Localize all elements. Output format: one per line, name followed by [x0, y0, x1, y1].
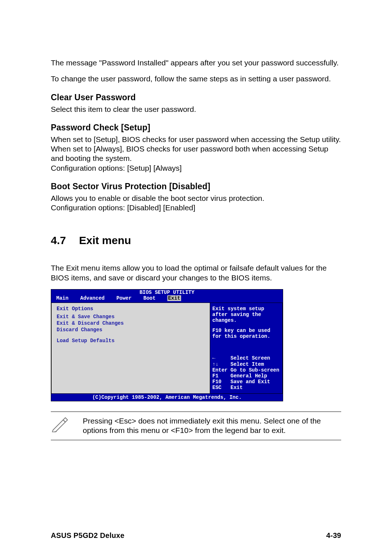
intro-para-1: The message "Password Installed" appears…	[51, 58, 341, 68]
exit-menu-intro: The Exit menu items allow you to load th…	[51, 263, 341, 283]
bios-item-discard[interactable]: Discard Changes	[57, 327, 205, 333]
legend-label-help: General Help	[230, 373, 267, 379]
bios-tab-main[interactable]: Main	[56, 295, 69, 301]
clear-user-password-body: Select this item to clear the user passw…	[51, 105, 341, 114]
boot-sector-body-2: Configuration options: [Disabled] [Enabl…	[51, 203, 341, 212]
legend-key-esc: ESC	[212, 385, 230, 390]
bios-help: Exit system setup after saving the chang…	[212, 306, 280, 339]
bios-help-2: F10 key can be used for this operation.	[212, 328, 280, 339]
legend-key-enter: Enter	[212, 367, 230, 373]
heading-boot-sector: Boot Sector Virus Protection [Disabled]	[51, 182, 341, 191]
note-pencil-icon	[51, 416, 70, 432]
bios-tab-advanced[interactable]: Advanced	[80, 295, 105, 301]
password-check-body-1: When set to [Setup], BIOS checks for use…	[51, 135, 341, 163]
bios-tab-boot[interactable]: Boot	[143, 295, 156, 301]
legend-key-f10: F10	[212, 379, 230, 385]
section-name: Exit menu	[79, 234, 131, 246]
section-title: 4.7Exit menu	[51, 234, 341, 247]
bios-title: BIOS SETUP UTILITY	[51, 289, 283, 295]
bios-copyright: (C)Copyright 1985-2002, American Megatre…	[51, 394, 283, 401]
bios-left-header: Exit Options	[57, 306, 205, 312]
section-number: 4.7	[51, 234, 66, 247]
legend-label-save-exit: Save and Exit	[230, 379, 270, 385]
bios-screen: BIOS SETUP UTILITY Main Advanced Power B…	[51, 289, 283, 401]
bios-tabs: Main Advanced Power Boot Exit	[51, 295, 283, 303]
password-check-body-2: Configuration options: [Setup] [Always]	[51, 163, 341, 173]
legend-label-subscreen: Go to Sub-screen	[230, 367, 279, 373]
bios-help-1: Exit system setup after saving the chang…	[212, 306, 280, 323]
note-text: Pressing <Esc> does not immediately exit…	[83, 416, 341, 436]
legend-key-left: ←	[212, 355, 230, 361]
heading-clear-user-password: Clear User Password	[51, 93, 341, 102]
legend-key-f1: F1	[212, 373, 230, 379]
legend-key-updown: ↑↓	[212, 361, 230, 367]
bios-item-discard-exit[interactable]: Exit & Discard Changes	[57, 320, 205, 326]
bios-tab-exit[interactable]: Exit	[167, 295, 181, 301]
heading-password-check: Password Check [Setup]	[51, 123, 341, 133]
page: The message "Password Installed" appears…	[0, 0, 392, 555]
footer-page-number: 4-39	[326, 531, 341, 540]
legend-label-select-screen: Select Screen	[230, 355, 270, 361]
intro-para-2: To change the user password, follow the …	[51, 74, 341, 84]
legend-label-exit: Exit	[230, 385, 243, 390]
note-box: Pressing <Esc> does not immediately exit…	[51, 412, 341, 440]
footer-product: ASUS P5GD2 Deluxe	[51, 531, 124, 540]
legend-label-select-item: Select Item	[230, 361, 264, 367]
page-footer: ASUS P5GD2 Deluxe 4-39	[51, 531, 341, 540]
bios-left-panel: Exit Options Exit & Save Changes Exit & …	[51, 303, 210, 394]
boot-sector-body-1: Allows you to enable or disable the boot…	[51, 194, 341, 203]
bios-item-load-defaults[interactable]: Load Setup Defaults	[57, 338, 205, 344]
bios-body: Exit Options Exit & Save Changes Exit & …	[51, 303, 283, 394]
bios-legend: ←Select Screen ↑↓Select Item EnterGo to …	[212, 355, 280, 390]
bios-item-save[interactable]: Exit & Save Changes	[57, 314, 205, 320]
bios-tab-power[interactable]: Power	[117, 295, 132, 301]
bios-right-panel: Exit system setup after saving the chang…	[210, 303, 283, 394]
